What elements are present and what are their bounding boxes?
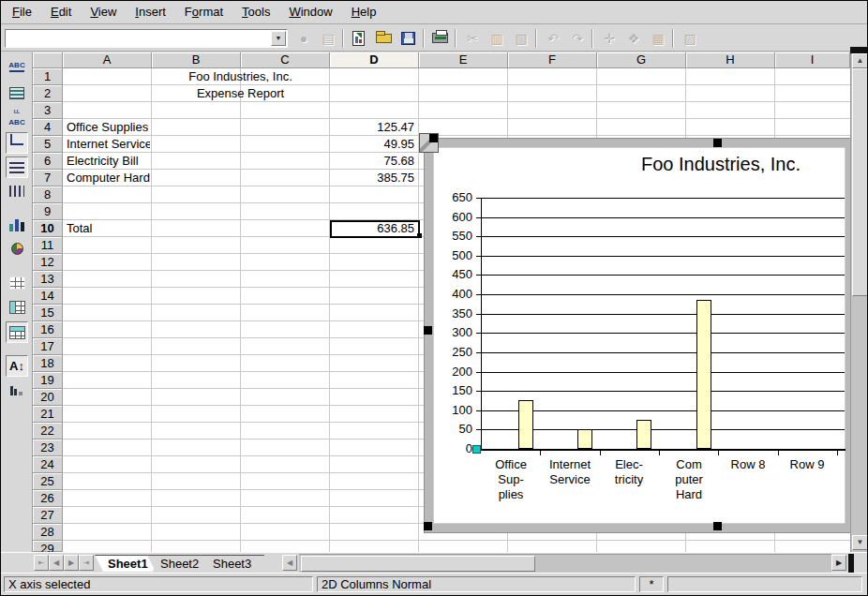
fill-handle-icon[interactable]	[417, 233, 422, 238]
y-axis[interactable]	[481, 198, 482, 449]
row-header-17[interactable]: 17	[33, 338, 63, 355]
row-header-4[interactable]: 4	[33, 119, 63, 136]
x-axis-label[interactable]: Elec- tricity	[600, 457, 658, 487]
menu-file[interactable]: File	[3, 1, 41, 22]
column-header-D[interactable]: D	[330, 52, 419, 68]
first-sheet-icon[interactable]: ⇤	[34, 555, 49, 571]
row-header-11[interactable]: 11	[33, 237, 63, 254]
y-axis-label[interactable]: 200	[435, 365, 472, 379]
row-header-9[interactable]: 9	[33, 203, 63, 220]
chart-legend-onoff-icon[interactable]	[6, 83, 28, 105]
chart-bar[interactable]	[518, 400, 533, 449]
row-header-14[interactable]: 14	[33, 288, 63, 305]
cell-D6[interactable]: 75.68	[331, 153, 417, 170]
next-sheet-icon[interactable]: ▶	[64, 555, 79, 571]
row-header-2[interactable]: 2	[33, 85, 63, 102]
tab-sheet3[interactable]: Sheet3	[200, 555, 264, 572]
row-header-20[interactable]: 20	[33, 389, 63, 406]
row-header-21[interactable]: 21	[33, 406, 63, 423]
chart-bar[interactable]	[696, 300, 711, 449]
row-header-16[interactable]: 16	[33, 321, 63, 338]
y-axis-label[interactable]: 300	[435, 326, 472, 339]
menu-insert[interactable]: Insert	[126, 1, 175, 22]
y-axis-label[interactable]: 500	[435, 249, 472, 262]
row-header-29[interactable]: 29	[33, 541, 63, 552]
cell-D4[interactable]: 125.47	[331, 119, 417, 136]
row-header-24[interactable]: 24	[33, 456, 63, 473]
horizontal-split-handle[interactable]	[848, 554, 854, 573]
column-header-C[interactable]: C	[241, 52, 330, 68]
y-axis-label[interactable]: 550	[435, 230, 472, 243]
row-header-10[interactable]: 10	[33, 220, 63, 237]
vertical-split-handle[interactable]	[850, 47, 868, 53]
row-header-26[interactable]: 26	[33, 490, 63, 507]
prev-sheet-icon[interactable]: ◀	[49, 555, 64, 571]
row-header-19[interactable]: 19	[33, 372, 63, 389]
cell-cursor[interactable]	[330, 220, 420, 238]
chart-reorganize-icon[interactable]	[6, 380, 28, 401]
embedded-chart[interactable]: Foo Industries, Inc.05010015020025030035…	[425, 139, 854, 532]
y-axis-label[interactable]: 250	[435, 346, 472, 359]
print-icon[interactable]	[430, 29, 451, 49]
header-corner[interactable]	[33, 52, 63, 68]
menu-tools[interactable]: Tools	[232, 1, 279, 22]
y-axis-label[interactable]: 650	[435, 191, 472, 204]
horizontal-scrollbar[interactable]	[299, 554, 831, 573]
row-header-25[interactable]: 25	[33, 473, 63, 490]
row-header-23[interactable]: 23	[33, 440, 63, 456]
y-axis-label[interactable]: 150	[435, 384, 472, 397]
row-header-12[interactable]: 12	[33, 254, 63, 271]
column-header-B[interactable]: B	[152, 52, 241, 68]
chart-selection-handle[interactable]	[713, 139, 722, 147]
row-header-5[interactable]: 5	[33, 136, 63, 153]
hscroll-right-icon[interactable]: ▶	[831, 555, 846, 571]
cell-D7[interactable]: 385.75	[331, 170, 417, 186]
vertical-scroll-thumb[interactable]	[852, 68, 868, 296]
cell-D5[interactable]: 49.95	[331, 136, 417, 153]
save-icon[interactable]	[398, 29, 419, 49]
row-header-8[interactable]: 8	[33, 186, 63, 203]
x-axis-label[interactable]: Row 8	[719, 457, 777, 472]
chart-axes-title-onoff-icon[interactable]: ᴸᴸABC	[6, 108, 28, 129]
scroll-down-icon[interactable]: ▼	[852, 535, 868, 550]
chart-horizontal-grid-icon[interactable]	[6, 156, 28, 178]
row-header-7[interactable]: 7	[33, 170, 63, 186]
chart-selection-handle[interactable]	[424, 326, 432, 335]
column-header-A[interactable]: A	[63, 52, 152, 68]
column-header-I[interactable]: I	[775, 52, 850, 68]
chart-selection-handle[interactable]	[713, 522, 722, 530]
x-axis-label[interactable]: Internet Service	[541, 457, 599, 487]
cell-A5[interactable]: Internet Service	[64, 136, 150, 153]
menu-help[interactable]: Help	[342, 1, 386, 22]
chart-data-in-rows-icon[interactable]	[6, 297, 28, 319]
chart-scale-text-icon[interactable]: A↕	[6, 355, 28, 377]
chart-selection-handle[interactable]	[429, 134, 438, 142]
column-header-F[interactable]: F	[508, 52, 597, 68]
y-axis-label[interactable]: 450	[435, 268, 472, 281]
chart-title[interactable]: Foo Industries, Inc.	[583, 154, 846, 175]
combo-dropdown-icon[interactable]: ▼	[271, 31, 286, 46]
chart-data-in-columns-icon[interactable]	[6, 321, 28, 343]
hscroll-left-icon[interactable]: ◀	[282, 555, 297, 571]
x-axis[interactable]	[481, 449, 846, 451]
row-header-22[interactable]: 22	[33, 423, 63, 440]
menu-view[interactable]: View	[81, 1, 126, 22]
cell-B2[interactable]: Expense Report	[153, 85, 328, 102]
column-header-G[interactable]: G	[597, 52, 686, 68]
chart-selection-handle[interactable]	[424, 522, 432, 530]
horizontal-scroll-thumb[interactable]	[301, 556, 535, 572]
menu-edit[interactable]: Edit	[41, 1, 81, 22]
menu-format[interactable]: Format	[175, 1, 232, 22]
row-header-15[interactable]: 15	[33, 305, 63, 321]
cell-A7[interactable]: Computer Hardware	[64, 170, 150, 186]
chart-bar[interactable]	[636, 420, 651, 449]
row-header-3[interactable]: 3	[33, 102, 63, 119]
chart-title-onoff-icon[interactable]: ABC	[6, 59, 28, 81]
y-axis-label[interactable]: 0	[435, 442, 472, 455]
row-header-27[interactable]: 27	[33, 507, 63, 524]
cell-B1[interactable]: Foo Industries, Inc.	[153, 68, 328, 85]
new-document-icon[interactable]	[350, 29, 370, 49]
chart-axis-descriptions-icon[interactable]	[6, 132, 28, 154]
chart-canvas[interactable]: Foo Industries, Inc.05010015020025030035…	[433, 147, 846, 524]
y-axis-label[interactable]: 100	[435, 404, 472, 417]
